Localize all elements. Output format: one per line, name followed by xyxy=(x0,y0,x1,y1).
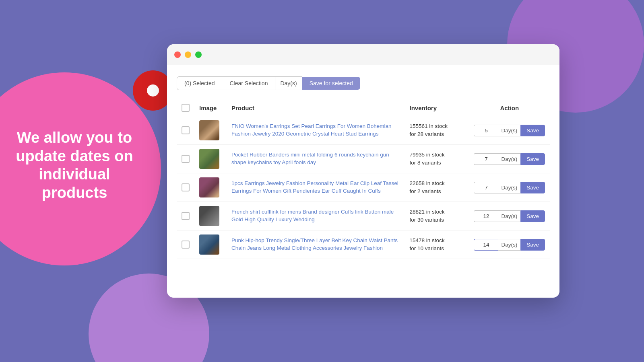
product-link[interactable]: Punk Hip-hop Trendy Single/Three Layer B… xyxy=(231,237,398,251)
toolbar: (0) Selected Clear Selection Day(s) Save… xyxy=(177,76,550,90)
inventory-text: 22658 in stockfor 2 variants xyxy=(409,179,464,196)
row-checkbox[interactable] xyxy=(182,126,190,134)
col-header-action: Action xyxy=(469,100,550,116)
browser-window: (0) Selected Clear Selection Day(s) Save… xyxy=(167,44,559,298)
product-image xyxy=(199,177,219,197)
product-link[interactable]: FNIO Women's Earrings Set Pearl Earrings… xyxy=(231,123,391,137)
days-text: Day(s) xyxy=(498,210,520,222)
selected-button[interactable]: (0) Selected xyxy=(177,76,222,90)
minimize-button[interactable] xyxy=(185,51,191,58)
table-header-row: Image Product Inventory Action xyxy=(177,100,550,116)
inventory-text: 15478 in stockfor 10 variants xyxy=(409,237,464,253)
product-table: Image Product Inventory Action FNIO Wome… xyxy=(177,100,550,259)
table-row: FNIO Women's Earrings Set Pearl Earrings… xyxy=(177,116,550,145)
inventory-text: 28821 in stockfor 30 variants xyxy=(409,208,464,224)
product-image xyxy=(199,234,219,255)
days-text: Day(s) xyxy=(498,125,520,136)
product-link[interactable]: Pocket Rubber Banders mini metal folding… xyxy=(231,152,389,165)
days-text: Day(s) xyxy=(498,239,520,251)
days-input[interactable] xyxy=(474,210,498,222)
table-row: Punk Hip-hop Trendy Single/Three Layer B… xyxy=(177,230,550,259)
close-button[interactable] xyxy=(174,51,181,58)
action-group: Day(s) Save xyxy=(474,210,545,222)
header-checkbox[interactable] xyxy=(182,104,190,112)
col-header-inventory: Inventory xyxy=(405,100,469,116)
product-link[interactable]: French shirt cufflink for mens Brand des… xyxy=(231,209,394,222)
save-button[interactable]: Save xyxy=(520,210,545,222)
browser-titlebar xyxy=(167,44,559,65)
save-for-selected-button[interactable]: Save for selected xyxy=(302,77,360,90)
col-header-image: Image xyxy=(194,100,227,116)
inventory-text: 79935 in stockfor 8 variants xyxy=(409,151,464,167)
global-days-label: Day(s) xyxy=(275,77,301,90)
row-checkbox[interactable] xyxy=(182,212,190,220)
maximize-button[interactable] xyxy=(195,51,202,58)
record-inner xyxy=(147,84,159,97)
browser-content: (0) Selected Clear Selection Day(s) Save… xyxy=(167,65,559,298)
row-checkbox[interactable] xyxy=(182,183,190,191)
save-button[interactable]: Save xyxy=(520,239,545,251)
days-input[interactable] xyxy=(474,153,498,165)
row-checkbox[interactable] xyxy=(182,155,190,163)
action-group: Day(s) Save xyxy=(474,125,545,136)
product-image xyxy=(199,206,219,226)
product-image xyxy=(199,149,219,169)
clear-selection-button[interactable]: Clear Selection xyxy=(222,76,275,90)
action-group: Day(s) Save xyxy=(474,182,545,193)
col-header-checkbox xyxy=(177,100,194,116)
product-link[interactable]: 1pcs Earrings Jewelry Fashion Personalit… xyxy=(231,180,398,194)
action-group: Day(s) Save xyxy=(474,239,545,251)
save-button[interactable]: Save xyxy=(520,153,545,165)
table-row: 1pcs Earrings Jewelry Fashion Personalit… xyxy=(177,173,550,202)
days-text: Day(s) xyxy=(498,153,520,165)
global-days-group: Day(s) xyxy=(275,76,302,90)
inventory-text: 155561 in stockfor 28 variants xyxy=(409,122,464,139)
col-header-product: Product xyxy=(227,100,405,116)
product-image xyxy=(199,120,219,140)
table-row: French shirt cufflink for mens Brand des… xyxy=(177,202,550,230)
days-input[interactable] xyxy=(474,125,498,136)
days-text: Day(s) xyxy=(498,182,520,193)
save-button[interactable]: Save xyxy=(520,182,545,193)
table-row: Pocket Rubber Banders mini metal folding… xyxy=(177,145,550,173)
hero-text: We allow you to update dates on individu… xyxy=(12,129,137,202)
save-button[interactable]: Save xyxy=(520,125,545,136)
row-checkbox[interactable] xyxy=(182,241,190,249)
action-group: Day(s) Save xyxy=(474,153,545,165)
days-input[interactable] xyxy=(474,182,498,193)
days-input[interactable] xyxy=(474,239,498,251)
